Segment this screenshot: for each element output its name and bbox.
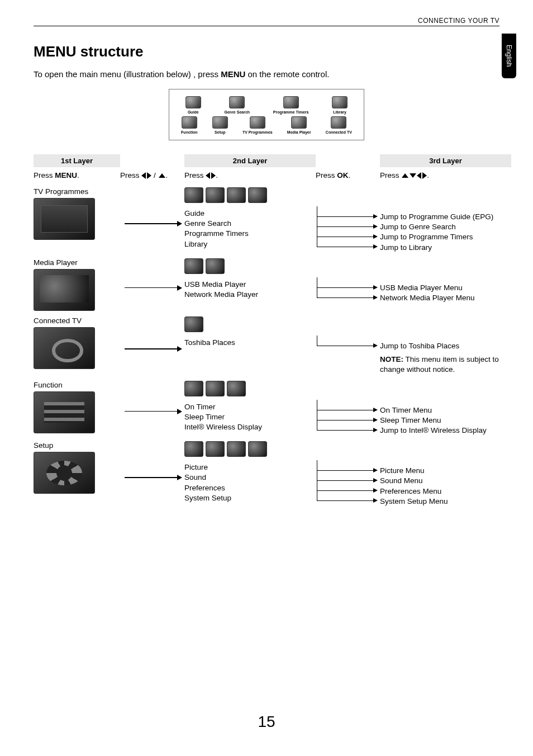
third-layer-item: Network Media Player Menu: [380, 293, 511, 303]
menu-illustration-item: Media Player: [287, 116, 311, 134]
ls3-post: .: [216, 171, 218, 179]
menu-illustration-item: Connected TV: [326, 116, 352, 134]
left-arrow-icon: [141, 172, 146, 179]
connector-arrow-icon: [316, 293, 380, 303]
intro-key: MENU: [221, 69, 245, 79]
icon-strip: [184, 441, 316, 457]
icon-strip: [184, 316, 316, 332]
sub-menu-icon: [206, 258, 225, 274]
ls4-post: .: [349, 171, 351, 179]
menu-illustration-item: Setup: [212, 116, 228, 134]
menu-icon-label: Genre Search: [225, 110, 250, 114]
ls2-post: .: [166, 171, 168, 179]
third-layer-item: USB Media Player Menu: [380, 283, 511, 293]
down-arrow-icon: [410, 173, 416, 178]
menu-illustration-item: TV Programmes: [242, 116, 273, 134]
section-title: Connected TV: [34, 316, 120, 325]
arrow-icon: [120, 316, 184, 375]
second-layer-item: Guide: [184, 209, 316, 219]
layer-subheaders: Press MENU. Press / . Press . Press OK. …: [34, 170, 499, 181]
menu-section-row: Media PlayerUSB Media PlayerNetwork Medi…: [34, 258, 499, 311]
menu-icon: [229, 96, 245, 108]
connector-arrow-icon: [316, 212, 380, 222]
menu-icon: [332, 96, 348, 108]
sub-menu-icon: [227, 187, 246, 203]
ls3-pre: Press: [184, 171, 206, 179]
ls2-pre: Press: [120, 171, 141, 179]
arrow-icon: [120, 187, 184, 253]
section-title: Media Player: [34, 258, 120, 267]
connector-arrow-icon: [316, 405, 380, 415]
menu-illustration-item: Function: [181, 116, 198, 134]
intro-pre: To open the main menu (illustration belo…: [34, 69, 221, 79]
sub-menu-icon: [248, 187, 267, 203]
icon-strip: [184, 381, 316, 396]
menu-icon-label: Setup: [212, 130, 228, 134]
ls5-pre: Press: [380, 171, 401, 179]
menu-icon-label: Library: [332, 110, 348, 114]
second-layer-item: Sleep Timer: [184, 412, 316, 422]
section-thumbnail: [34, 198, 95, 240]
arrow-icon: [120, 381, 184, 436]
third-layer-item: Picture Menu: [380, 466, 511, 476]
connector-arrow-icon: [316, 283, 380, 293]
second-layer-item: Genre Search: [184, 219, 316, 229]
menu-icon-label: Connected TV: [326, 130, 352, 134]
third-layer-item: Jump to Library: [380, 243, 511, 253]
menu-illustration-item: Guide: [185, 96, 201, 114]
connector-arrow-icon: [316, 476, 380, 486]
third-layer-item: Preferences Menu: [380, 486, 511, 497]
connector-arrow-icon: [316, 232, 380, 242]
sub-menu-icon: [248, 441, 267, 457]
menu-section-row: TV ProgrammesGuideGenre SearchProgramme …: [34, 187, 499, 253]
menu-illustration-item: Programme Timers: [273, 96, 309, 114]
menu-icon-label: Function: [181, 130, 198, 134]
menu-section-row: SetupPictureSoundPreferencesSystem Setup…: [34, 441, 499, 507]
menu-icon: [283, 96, 299, 108]
second-layer-item: USB Media Player: [184, 280, 316, 290]
connector-arrow-icon: [316, 341, 380, 351]
menu-icon: [212, 116, 228, 129]
section-title: Function: [34, 381, 120, 389]
layer-head-2: 2nd Layer: [184, 154, 316, 167]
menu-icon: [185, 96, 201, 108]
third-layer-item: Jump to Toshiba Places: [380, 341, 511, 351]
ls4-pre: Press: [316, 171, 337, 179]
second-layer-item: Intel® Wireless Display: [184, 422, 316, 432]
header-section-label: CONNECTING YOUR TV: [34, 17, 499, 26]
second-layer-item: System Setup: [184, 493, 316, 503]
ls4-key: OK: [337, 171, 348, 179]
second-layer-item: Programme Timers: [184, 229, 316, 239]
layer-head-1: 1st Layer: [34, 154, 120, 167]
menu-illustration-item: Genre Search: [225, 96, 250, 114]
left-arrow-icon: [206, 172, 210, 179]
arrow-icon: [120, 441, 184, 507]
ls1-post: .: [77, 171, 79, 179]
connector-arrow-icon: [316, 415, 380, 426]
up-arrow-icon: [402, 173, 408, 178]
second-layer-item: Toshiba Places: [184, 338, 316, 348]
sub-menu-icon: [206, 381, 225, 396]
third-layer-item: Sleep Timer Menu: [380, 415, 511, 426]
menu-icon: [331, 116, 346, 129]
sub-menu-icon: [184, 316, 203, 332]
layer-sub-5: Press .: [380, 170, 511, 181]
menu-section-row: Connected TVToshiba PlacesJump to Toshib…: [34, 316, 499, 375]
page-title: MENU structure: [34, 43, 499, 60]
menu-icon: [182, 116, 197, 129]
layer-headers: 1st Layer 2nd Layer 3rd Layer: [34, 154, 499, 167]
third-layer-item: System Setup Menu: [380, 497, 511, 507]
sub-menu-icon: [227, 441, 246, 457]
third-layer-item: Sound Menu: [380, 476, 511, 486]
second-layer-item: Network Media Player: [184, 290, 316, 300]
menu-icon-label: Programme Timers: [273, 110, 309, 114]
right-arrow-icon: [147, 172, 151, 179]
connector-arrow-icon: [316, 466, 380, 476]
section-thumbnail: [34, 327, 95, 369]
section-title: TV Programmes: [34, 187, 120, 196]
menu-illustration-item: Library: [332, 96, 348, 114]
layer-sub-1: Press MENU.: [34, 170, 120, 181]
section-thumbnail: [34, 452, 95, 494]
arrow-icon: [120, 258, 184, 311]
connector-arrow-icon: [316, 426, 380, 436]
